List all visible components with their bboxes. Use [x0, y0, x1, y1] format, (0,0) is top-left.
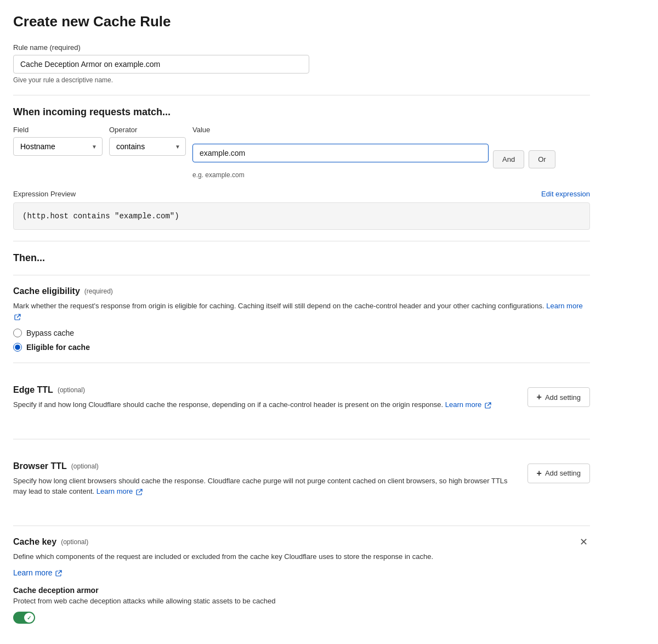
cache-eligibility-label: Cache eligibility: [13, 286, 80, 296]
when-title: When incoming requests match...: [13, 106, 590, 118]
rule-name-label: Rule name (required): [13, 43, 590, 52]
edge-ttl-section: Edge TTL (optional) Specify if and how l…: [13, 374, 590, 428]
cache-key-description: Define which components of the request a…: [13, 551, 590, 562]
divider-6: [13, 526, 590, 526]
eligible-for-cache-radio[interactable]: [13, 343, 22, 352]
divider-4: [13, 363, 590, 363]
eligible-for-cache-option[interactable]: Eligible for cache: [13, 343, 590, 352]
cache-deception-toggle-track[interactable]: ✓: [13, 612, 35, 624]
browser-ttl-description: Specify how long client browsers should …: [13, 476, 517, 497]
or-button[interactable]: Or: [529, 150, 555, 168]
cache-deception-armor-desc: Protect from web cache deception attacks…: [13, 597, 590, 605]
cache-eligibility-external-icon: [14, 314, 21, 320]
browser-ttl-plus-icon: +: [537, 468, 542, 478]
rule-name-section: Rule name (required) Give your rule a de…: [13, 43, 590, 84]
field-label: Field: [13, 126, 103, 134]
bypass-cache-radio[interactable]: [13, 329, 22, 337]
value-input[interactable]: [192, 144, 489, 162]
operator-select-wrapper: contains equals starts with ends with ma…: [109, 137, 186, 156]
page-title: Create new Cache Rule: [13, 13, 590, 30]
divider-3: [13, 275, 590, 275]
expression-preview-box: (http.host contains "example.com"): [13, 202, 590, 230]
edge-ttl-badge: (optional): [58, 386, 85, 394]
divider-5: [13, 439, 590, 439]
toggle-check-icon: ✓: [27, 615, 31, 621]
edge-ttl-description: Specify if and how long Cloudflare shoul…: [13, 399, 517, 410]
browser-ttl-section: Browser TTL (optional) Specify how long …: [13, 450, 590, 515]
operator-label: Operator: [109, 126, 186, 134]
divider-1: [13, 95, 590, 95]
cache-eligibility-options: Bypass cache Eligible for cache: [13, 329, 590, 352]
cache-key-learn-more[interactable]: Learn more: [13, 568, 53, 577]
operator-column: Operator contains equals starts with end…: [109, 126, 186, 156]
value-hint: e.g. example.com: [192, 171, 555, 179]
browser-ttl-add-setting-button[interactable]: + Add setting: [527, 464, 590, 483]
edge-ttl-learn-more[interactable]: Learn more: [445, 400, 481, 409]
rule-name-hint: Give your rule a descriptive name.: [13, 76, 590, 84]
browser-ttl-add-label: Add setting: [545, 469, 581, 477]
cache-key-external-icon: [55, 570, 62, 577]
edge-ttl-external-icon: [485, 402, 491, 409]
when-section: When incoming requests match... Field Ho…: [13, 106, 590, 230]
browser-ttl-external-icon: [136, 489, 143, 495]
cache-eligibility-badge: (required): [84, 287, 113, 295]
eligible-for-cache-label: Eligible for cache: [26, 343, 90, 352]
expression-preview-section: Expression Preview Edit expression (http…: [13, 190, 590, 230]
cache-eligibility-section: Cache eligibility (required) Mark whethe…: [13, 286, 590, 352]
edge-ttl-add-label: Add setting: [545, 393, 581, 402]
operator-select[interactable]: contains equals starts with ends with ma…: [109, 137, 186, 156]
cache-deception-toggle-wrapper[interactable]: ✓: [13, 612, 35, 624]
browser-ttl-label: Browser TTL: [13, 461, 67, 471]
bypass-cache-option[interactable]: Bypass cache: [13, 329, 590, 337]
edge-ttl-label: Edge TTL: [13, 385, 53, 395]
field-select[interactable]: Hostname URL URI Path URI Query IP Sourc…: [13, 137, 103, 156]
cache-key-badge: (optional): [61, 538, 88, 546]
cache-deception-toggle-thumb: ✓: [24, 613, 34, 623]
edit-expression-link[interactable]: Edit expression: [541, 190, 590, 198]
cache-key-close-button[interactable]: ✕: [577, 537, 590, 547]
field-select-wrapper: Hostname URL URI Path URI Query IP Sourc…: [13, 137, 103, 156]
edge-ttl-add-setting-button[interactable]: + Add setting: [527, 387, 590, 407]
field-column: Field Hostname URL URI Path URI Query IP…: [13, 126, 103, 156]
rule-name-input[interactable]: [13, 55, 309, 74]
bypass-cache-label: Bypass cache: [26, 329, 74, 337]
cache-eligibility-description: Mark whether the request's response from…: [13, 301, 590, 322]
browser-ttl-learn-more[interactable]: Learn more: [97, 487, 133, 495]
browser-ttl-badge: (optional): [71, 462, 99, 470]
then-title: Then...: [13, 252, 590, 264]
divider-2: [13, 241, 590, 241]
cache-key-label: Cache key: [13, 537, 56, 547]
value-label: Value: [192, 126, 555, 134]
value-column: Value And Or e.g. example.com: [192, 126, 555, 179]
edge-ttl-plus-icon: +: [537, 392, 542, 402]
and-button[interactable]: And: [493, 150, 524, 168]
expression-preview-label: Expression Preview: [13, 190, 76, 198]
cache-eligibility-learn-more[interactable]: Learn more: [546, 302, 582, 310]
cache-deception-armor-title: Cache deception armor: [13, 586, 590, 595]
cache-key-section: Cache key (optional) ✕ Define which comp…: [13, 537, 590, 626]
